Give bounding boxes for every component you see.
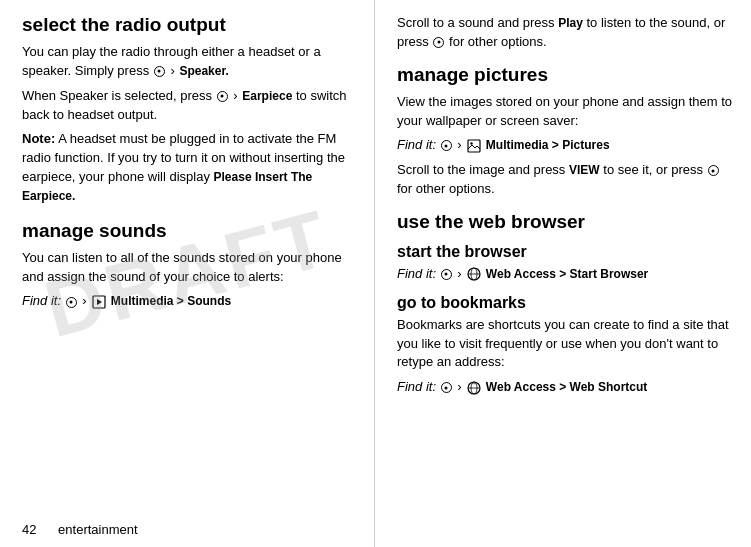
pictures-view-para: Scroll to the image and press VIEW to se… <box>397 161 733 199</box>
svg-point-3 <box>471 142 473 144</box>
section-title-browser: use the web browser <box>397 211 733 233</box>
page-footer: 42 entertainment <box>22 522 138 537</box>
subsection-bookmarks: go to bookmarks <box>397 294 733 312</box>
svg-marker-1 <box>97 299 102 305</box>
browser-findit1: Find it: › Web Access > Start Browser <box>397 265 733 284</box>
sounds-play-para: Scroll to a sound and press Play to list… <box>397 14 733 52</box>
pictures-icon <box>467 139 481 153</box>
sounds-para1: You can listen to all of the sounds stor… <box>22 249 356 287</box>
page-label: entertainment <box>58 522 138 537</box>
radio-para1: You can play the radio through either a … <box>22 43 356 81</box>
multimedia-icon <box>92 295 106 309</box>
subsection-start-browser: start the browser <box>397 243 733 261</box>
sounds-findit: Find it: › Multimedia > Sounds <box>22 292 356 311</box>
left-column: select the radio output You can play the… <box>0 0 375 547</box>
browser-findit2: Find it: › Web Access > Web Shortcut <box>397 378 733 397</box>
nav-icon-5 <box>441 140 452 151</box>
svg-rect-2 <box>468 140 480 152</box>
nav-icon-4 <box>433 37 444 48</box>
bookmarks-para: Bookmarks are shortcuts you can create t… <box>397 316 733 373</box>
radio-para2: When Speaker is selected, press › Earpie… <box>22 87 356 125</box>
nav-icon-3 <box>66 297 77 308</box>
nav-icon-8 <box>441 382 452 393</box>
nav-icon-6 <box>708 165 719 176</box>
webaccess-icon <box>467 267 481 281</box>
section-title-sounds: manage sounds <box>22 220 356 242</box>
page-number: 42 <box>22 522 36 537</box>
section-title-radio: select the radio output <box>22 14 356 36</box>
webshortcut-icon <box>467 381 481 395</box>
right-column: Scroll to a sound and press Play to list… <box>375 0 751 547</box>
radio-note: Note: A headset must be plugged in to ac… <box>22 130 356 205</box>
pictures-para1: View the images stored on your phone and… <box>397 93 733 131</box>
nav-icon-7 <box>441 269 452 280</box>
nav-icon-1 <box>154 66 165 77</box>
pictures-findit: Find it: › Multimedia > Pictures <box>397 136 733 155</box>
nav-icon-2 <box>217 91 228 102</box>
section-title-pictures: manage pictures <box>397 64 733 86</box>
